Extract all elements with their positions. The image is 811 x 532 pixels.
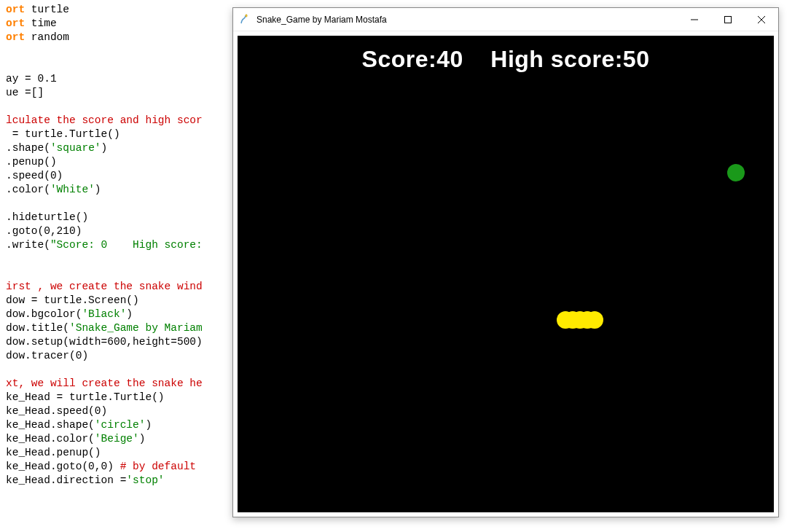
code-text: ue =[] <box>6 87 44 98</box>
code-text: ) <box>126 308 133 320</box>
maximize-button[interactable] <box>711 8 745 31</box>
code-text: ke_Head.color( <box>6 433 95 445</box>
svg-rect-2 <box>725 17 732 23</box>
score-display: Score:40 High score:50 <box>238 46 774 73</box>
code-comment: irst , we create the snake wind <box>6 281 203 292</box>
code-text: random <box>31 31 69 43</box>
code-string: 'Black' <box>82 308 126 320</box>
code-string: 'Snake_Game by Mariam <box>69 322 203 334</box>
code-text: .goto(0,210) <box>6 225 82 237</box>
svg-point-0 <box>246 14 247 17</box>
code-text: dow.setup(width=600,height=500) <box>6 336 203 348</box>
food <box>727 164 745 181</box>
code-text: turtle <box>31 4 69 15</box>
game-canvas[interactable]: Score:40 High score:50 <box>238 36 774 512</box>
code-string: "Score: 0 High score: <box>50 239 203 251</box>
code-comment: lculate the score and high scor <box>6 114 203 126</box>
code-text: .hideturtle() <box>6 211 88 223</box>
code-text: time <box>31 17 57 29</box>
minimize-icon <box>691 16 698 23</box>
game-window: Snake_Game by Mariam Mostafa Score:40 Hi… <box>232 7 779 517</box>
code-text: .penup() <box>6 156 57 168</box>
code-text: dow.tracer(0) <box>6 350 88 361</box>
minimize-button[interactable] <box>678 8 711 31</box>
code-text: .speed(0) <box>6 170 63 181</box>
code-text: ) <box>95 184 101 195</box>
titlebar[interactable]: Snake_Game by Mariam Mostafa <box>233 8 778 31</box>
code-text: ke_Head.direction = <box>6 474 126 486</box>
snake-segment <box>586 311 603 329</box>
code-text: dow.title( <box>6 322 69 334</box>
code-text: ke_Head.penup() <box>6 447 101 458</box>
code-string: 'White' <box>50 184 95 195</box>
close-button[interactable] <box>745 8 778 31</box>
code-text: .write( <box>6 239 50 251</box>
app-icon <box>239 14 251 26</box>
code-comment: # by default <box>120 461 196 472</box>
score-label: Score: <box>362 46 437 72</box>
code-text: dow = turtle.Screen() <box>6 294 139 306</box>
code-text: .color( <box>6 184 50 195</box>
code-text: dow.bgcolor( <box>6 308 82 320</box>
maximize-icon <box>724 16 732 23</box>
code-string: 'stop' <box>126 474 164 486</box>
highscore-label: High score: <box>490 46 623 72</box>
code-text: = turtle.Turtle() <box>6 128 120 140</box>
code-text: .shape( <box>6 142 50 154</box>
window-controls <box>678 8 778 31</box>
code-text: ke_Head.speed(0) <box>6 405 107 417</box>
code-string: 'circle' <box>95 419 146 431</box>
code-text: ay = 0.1 <box>6 73 57 85</box>
close-icon <box>758 16 765 23</box>
code-string: 'Beige' <box>95 433 139 445</box>
window-title: Snake_Game by Mariam Mostafa <box>256 15 678 25</box>
code-text: ke_Head.shape( <box>6 419 95 431</box>
score-value: 40 <box>436 46 463 72</box>
code-comment: xt, we will create the snake he <box>6 378 203 389</box>
code-keyword: ort <box>6 31 25 43</box>
code-text: ) <box>139 433 146 445</box>
code-keyword: ort <box>6 17 25 29</box>
highscore-value: 50 <box>623 46 650 72</box>
code-text: ) <box>101 142 108 154</box>
code-text: ke_Head = turtle.Turtle() <box>6 391 165 403</box>
code-text: ke_Head.goto(0,0) <box>6 461 120 472</box>
code-text: ) <box>145 419 152 431</box>
code-keyword: ort <box>6 4 25 15</box>
code-string: 'square' <box>50 142 101 154</box>
